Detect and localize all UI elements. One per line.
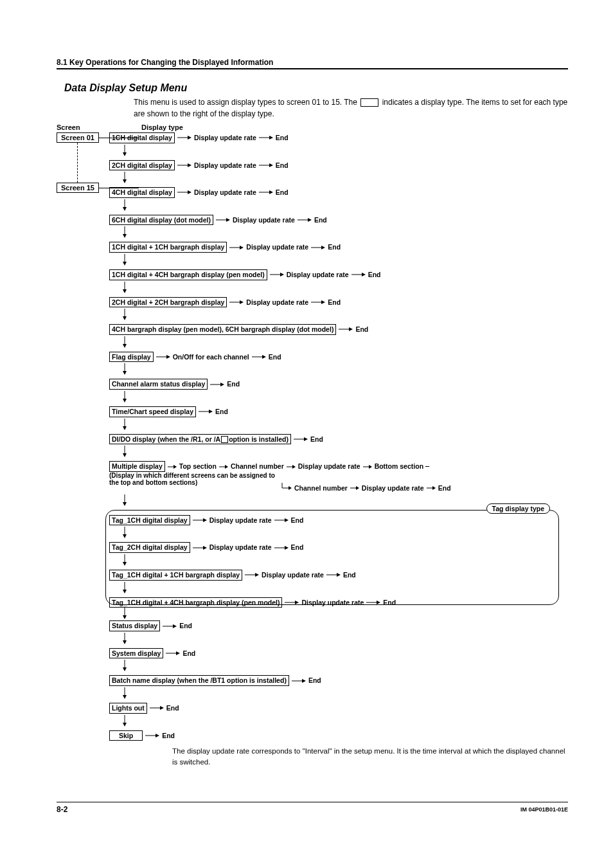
end-label: End [291, 543, 304, 552]
section-header: 8.1 Key Operations for Changing the Disp… [57, 58, 568, 69]
arrow-down-icon [122, 608, 568, 619]
svg-marker-37 [240, 300, 244, 304]
arrow-right-icon [193, 545, 207, 550]
svg-marker-71 [369, 465, 372, 469]
arrow-right-icon [427, 485, 436, 491]
arrow-right-icon [229, 245, 244, 250]
arrow-right-icon [156, 354, 170, 359]
document-id: IM 04P01B01-01E [520, 806, 568, 813]
display-update-rate-label: Display update rate [233, 216, 295, 224]
display-update-rate-label: Display update rate [194, 188, 256, 197]
svg-marker-39 [321, 300, 325, 304]
arrow-right-icon [216, 217, 230, 222]
svg-marker-120 [155, 734, 159, 737]
page-number: 8-2 [57, 805, 67, 814]
arrow-down-icon [122, 446, 568, 457]
end-label: End [355, 325, 368, 334]
type-column-header: Display type [141, 123, 183, 131]
svg-marker-41 [123, 316, 127, 320]
display-update-rate-label: Display update rate [287, 271, 349, 279]
arrow-right-icon [150, 705, 164, 710]
end-label: End [276, 161, 289, 170]
dashed-connector [77, 143, 78, 183]
svg-marker-25 [240, 246, 244, 249]
svg-marker-102 [123, 615, 127, 619]
end-label: End [314, 216, 327, 224]
arrow-down-icon [122, 145, 568, 156]
arrow-right-icon [199, 409, 213, 414]
option-placeholder-box [221, 436, 228, 443]
arrow-right-icon [259, 190, 273, 195]
screen-column: Screen 01 Screen 15 [57, 132, 109, 171]
svg-marker-21 [308, 218, 312, 222]
type-row: Flag display On/Off for each channel End [109, 352, 568, 375]
type-row: Tag_1CH digital display Display update r… [109, 515, 563, 539]
display-update-rate-label: Display update rate [301, 599, 364, 607]
display-type-box: Tag_2CH digital display [109, 542, 190, 553]
end-label: End [182, 649, 195, 658]
type-row: 4CH digital display Display update rate … [109, 187, 568, 211]
display-type-box: DI/DO display (when the /R1, or /Aoption… [109, 434, 291, 445]
type-row: 1CH digital + 4CH bargraph display (pen … [109, 269, 568, 293]
svg-marker-106 [123, 640, 127, 644]
svg-marker-74 [356, 486, 359, 490]
display-type-box: Batch name display (when the /BT1 option… [109, 675, 289, 686]
arrow-right-icon [363, 464, 372, 469]
end-label: End [276, 188, 289, 197]
channel-number-label: Channel number [294, 484, 348, 492]
arrow-right-icon [145, 733, 159, 738]
display-type-box: Tag_1CH digital display [109, 515, 190, 526]
display-type-box: 2CH digital + 2CH bargraph display [109, 297, 227, 308]
arrow-down-icon [122, 282, 568, 293]
type-row: 6CH digital display (dot model) Display … [109, 215, 568, 239]
svg-marker-118 [123, 723, 127, 727]
svg-marker-51 [123, 371, 127, 375]
arrow-down-icon [122, 309, 568, 320]
setup-menu-diagram: Screen 01 Screen 15 1CH digital display … [57, 132, 568, 741]
arrow-right-icon [163, 624, 177, 629]
svg-marker-67 [225, 465, 228, 469]
tag-display-badge: Tag display type [486, 503, 551, 514]
svg-marker-114 [123, 695, 127, 699]
column-headers: Screen Display type [57, 123, 568, 131]
svg-marker-104 [173, 624, 177, 628]
end-label: End [368, 271, 381, 279]
end-label: End [162, 732, 175, 740]
svg-marker-49 [262, 355, 266, 359]
display-type-box: Flag display [109, 352, 154, 363]
bottom-section-label: Bottom section [375, 462, 423, 471]
display-type-box: Channel alarm status display [109, 379, 208, 390]
intro-text: This menu is used to assign display type… [134, 96, 568, 120]
arrow-right-icon [339, 327, 353, 332]
end-label: End [310, 435, 323, 444]
arrow-right-icon [270, 272, 284, 277]
svg-marker-27 [321, 246, 325, 249]
type-row: 2CH digital + 2CH bargraph display Displ… [109, 297, 568, 321]
arrow-down-icon [122, 199, 568, 211]
page-subtitle: Data Display Setup Menu [64, 82, 568, 94]
svg-marker-88 [285, 546, 289, 550]
multiple-display-note: (Display in which different screens can … [109, 472, 276, 487]
types-column: 1CH digital display Display update rate … [109, 132, 568, 741]
arrow-down-icon [122, 254, 568, 266]
svg-marker-84 [123, 534, 127, 538]
display-type-indicator-box [360, 98, 378, 107]
svg-marker-96 [123, 590, 127, 593]
svg-marker-33 [362, 273, 366, 276]
display-type-box: Lights out [109, 703, 147, 714]
svg-marker-94 [337, 573, 341, 577]
arrow-right-icon [292, 678, 306, 683]
svg-marker-61 [304, 437, 308, 441]
end-label: End [383, 599, 396, 607]
type-row: Tag_1CH digital + 1CH bargraph display D… [109, 570, 563, 593]
svg-marker-108 [176, 651, 180, 655]
end-label: End [227, 380, 240, 388]
type-row: Time/Chart speed display End [109, 406, 568, 430]
svg-marker-19 [226, 218, 230, 222]
svg-marker-31 [280, 273, 284, 276]
svg-marker-92 [255, 573, 259, 577]
end-label: End [291, 516, 304, 525]
arrow-right-icon [285, 600, 299, 605]
end-label: End [276, 134, 289, 142]
channel-number-label: Channel number [231, 462, 284, 471]
